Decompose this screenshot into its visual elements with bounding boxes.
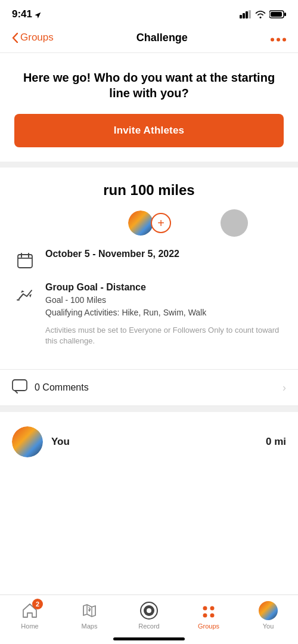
tab-maps-icon-wrap [80,601,99,620]
section-divider [0,162,298,168]
challenge-section: run 100 miles + October 5 - November 5, … [0,168,298,369]
location-arrow-icon [35,11,42,18]
wifi-icon [255,10,266,18]
tab-record[interactable]: Record [128,601,170,630]
record-icon [139,601,159,620]
battery-icon [269,10,286,18]
participant-left: You [12,426,70,457]
date-text: October 5 - November 5, 2022 [45,249,179,259]
tab-groups-icon-wrap [199,601,218,620]
tab-groups-label: Groups [198,623,219,630]
svg-point-8 [277,38,280,42]
svg-rect-1 [243,13,245,18]
avatars-row: + [14,209,284,237]
nav-bar: Groups Challenge [0,25,298,53]
goal-detail: Goal - 100 Miles [45,294,284,306]
comments-left: 0 Comments [12,379,89,396]
tab-maps-label: Maps [82,623,98,630]
participant-row: You 0 mi [0,418,298,466]
svg-point-19 [147,608,151,613]
tab-home-icon-wrap: 2 [20,601,39,620]
tab-record-icon-wrap [139,601,159,620]
home-indicator [113,637,185,640]
status-bar: 9:41 [0,0,298,25]
svg-point-22 [203,614,207,618]
svg-point-9 [283,38,286,42]
chevron-right-icon: › [283,382,286,394]
goal-type: Group Goal - Distance [45,282,284,293]
comments-section[interactable]: 0 Comments › [0,369,298,406]
page-title: Challenge [136,32,188,44]
goal-icon [14,283,36,305]
tab-maps[interactable]: Maps [69,601,110,630]
profile-avatar-icon [259,601,278,620]
date-row: October 5 - November 5, 2022 [14,249,284,271]
section-divider-2 [0,406,298,412]
back-button[interactable]: Groups [12,32,54,44]
tab-groups[interactable]: Groups [188,601,229,630]
svg-rect-10 [18,255,32,268]
tab-you-label: You [263,623,274,630]
svg-rect-2 [246,11,248,18]
status-time: 9:41 [12,8,42,20]
calendar-icon [14,250,36,271]
signal-icon [240,10,252,18]
pending-avatar [221,209,248,237]
svg-rect-3 [249,10,251,18]
add-participant-button[interactable]: + [151,213,171,233]
svg-point-21 [210,606,215,611]
goal-content: Group Goal - Distance Goal - 100 Miles Q… [45,282,284,346]
more-dots-icon [271,38,286,42]
more-button[interactable] [271,30,286,45]
tab-you[interactable]: You [247,601,289,630]
svg-rect-6 [271,12,282,17]
date-content: October 5 - November 5, 2022 [45,249,179,261]
tab-home-label: Home [21,623,38,630]
svg-rect-0 [240,15,242,18]
participant-avatar [12,426,43,457]
tab-bar: 2 Home Maps Record [0,595,298,644]
qualifying-activities: Qualifying Activities: Hike, Run, Swim, … [45,306,284,319]
challenge-title: run 100 miles [14,182,284,199]
comment-icon [12,379,27,396]
chevron-left-icon [12,33,18,43]
svg-rect-5 [284,13,286,16]
maps-icon [81,602,98,619]
groups-icon [200,602,217,619]
svg-point-7 [271,38,274,42]
status-icons [240,10,286,18]
tab-you-icon-wrap [259,601,278,620]
tab-home[interactable]: 2 Home [9,601,51,630]
goal-row: Group Goal - Distance Goal - 100 Miles Q… [14,282,284,346]
participant-distance: 0 mi [266,436,286,448]
svg-point-20 [203,606,207,611]
invite-athletes-button[interactable]: Invite Athletes [14,114,284,147]
tab-record-label: Record [138,623,159,630]
comments-count: 0 Comments [35,382,89,393]
invite-section: Here we go! Who do you want at the start… [0,53,298,162]
invite-heading: Here we go! Who do you want at the start… [14,70,284,101]
participant-name: You [51,436,70,448]
home-badge: 2 [32,599,43,609]
svg-point-23 [210,614,215,618]
svg-rect-15 [13,380,27,391]
activities-note: Activities must be set to Everyone or Fo… [45,325,284,346]
